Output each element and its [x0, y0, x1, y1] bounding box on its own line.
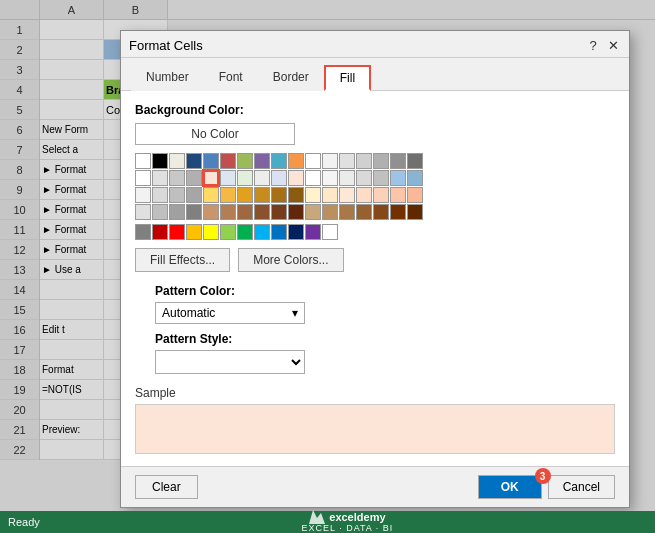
- dialog-titlebar: Format Cells ? ✕: [121, 31, 629, 58]
- sample-label: Sample: [135, 386, 615, 400]
- color-c7[interactable]: [271, 153, 287, 169]
- color-c12[interactable]: [356, 153, 372, 169]
- brand-tagline: EXCEL · DATA · BI: [301, 524, 393, 533]
- badge-3: 3: [535, 468, 551, 484]
- color-row-3: [135, 187, 445, 203]
- color-c9[interactable]: [305, 153, 321, 169]
- fill-effects-button[interactable]: Fill Effects...: [135, 248, 230, 272]
- cancel-button[interactable]: Cancel: [548, 475, 615, 499]
- exceldemy-logo-icon: [309, 510, 325, 524]
- color-c3[interactable]: [203, 153, 219, 169]
- sample-section: Sample: [135, 386, 615, 454]
- pattern-color-dropdown[interactable]: Automatic ▾: [155, 302, 305, 324]
- color-c15[interactable]: [407, 153, 423, 169]
- pattern-style-select[interactable]: [155, 350, 305, 374]
- color-c14[interactable]: [390, 153, 406, 169]
- color-c2[interactable]: [186, 153, 202, 169]
- color-black[interactable]: [152, 153, 168, 169]
- dialog-body: Background Color: No Color: [121, 91, 629, 466]
- color-row-4: [135, 204, 445, 220]
- color-c13[interactable]: [373, 153, 389, 169]
- color-white[interactable]: [135, 153, 151, 169]
- color-row-5: [135, 224, 445, 240]
- dialog-tabs: Number Font Border Fill: [121, 58, 629, 91]
- color-c4[interactable]: [220, 153, 236, 169]
- format-cells-dialog: Format Cells ? ✕ Number Font Border Fill…: [120, 30, 630, 508]
- sample-preview: [135, 404, 615, 454]
- svg-marker-0: [309, 510, 325, 524]
- footer-right-buttons: OK 3 Cancel: [478, 475, 615, 499]
- tab-fill[interactable]: Fill: [324, 65, 371, 91]
- chevron-down-icon: ▾: [292, 306, 298, 320]
- dialog-title: Format Cells: [129, 38, 203, 53]
- color-c11[interactable]: [339, 153, 355, 169]
- brand-name: exceldemy: [329, 511, 385, 523]
- pattern-style-label: Pattern Style:: [155, 332, 305, 346]
- bg-color-label: Background Color:: [135, 103, 445, 117]
- help-button[interactable]: ?: [585, 37, 601, 53]
- close-button[interactable]: ✕: [605, 37, 621, 53]
- color-c8[interactable]: [288, 153, 304, 169]
- no-color-button[interactable]: No Color: [135, 123, 295, 145]
- clear-button[interactable]: Clear: [135, 475, 198, 499]
- selected-color[interactable]: [203, 170, 219, 186]
- dialog-footer: Clear OK 3 Cancel: [121, 466, 629, 507]
- color-row-2: [135, 170, 445, 186]
- excel-status-bar: Ready exceldemy EXCEL · DATA · BI: [0, 511, 655, 533]
- ok-button[interactable]: OK 3: [478, 475, 542, 499]
- tab-font[interactable]: Font: [204, 65, 258, 91]
- color-row-1: [135, 153, 445, 169]
- color-c1[interactable]: [169, 153, 185, 169]
- tab-number[interactable]: Number: [131, 65, 204, 91]
- more-colors-button[interactable]: More Colors...: [238, 248, 343, 272]
- no-color-row: No Color: [135, 123, 445, 145]
- dialog-controls: ? ✕: [585, 37, 621, 53]
- pattern-color-label: Pattern Color:: [155, 284, 305, 298]
- color-c10[interactable]: [322, 153, 338, 169]
- status-ready: Ready: [8, 516, 40, 528]
- color-palette: [135, 153, 445, 240]
- color-c5[interactable]: [237, 153, 253, 169]
- tab-border[interactable]: Border: [258, 65, 324, 91]
- color-c6[interactable]: [254, 153, 270, 169]
- action-buttons: Fill Effects... More Colors...: [135, 248, 445, 272]
